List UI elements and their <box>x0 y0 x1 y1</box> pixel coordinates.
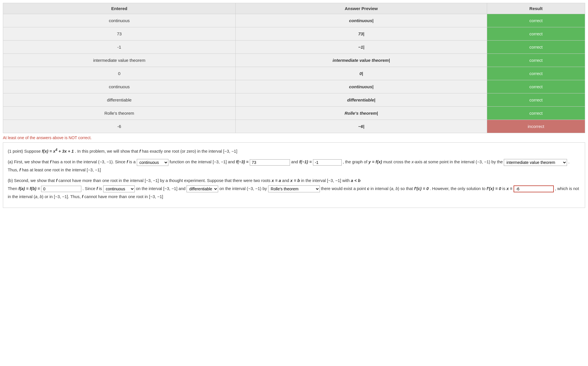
part-b-fpc: f′(c) = 0 <box>414 186 429 191</box>
part-b-input0[interactable] <box>41 186 81 192</box>
part-b-and: and <box>282 178 290 183</box>
warning-message: At least one of the answers above is NOT… <box>3 135 585 140</box>
part-a-text2: function on the interval [−3, −1] and <box>170 160 236 164</box>
part-b-text7: there would exist a point <box>321 186 367 191</box>
part-a-paragraph: (a) First, we show that f has a root in … <box>8 158 580 174</box>
part-b-f3: f <box>82 194 83 199</box>
part-b-is: is <box>99 186 103 191</box>
table-row-preview-6: differentiable| <box>236 93 487 107</box>
part-a-text4: must cross the x-axis at some point in t… <box>383 160 504 164</box>
part-a-f2: f <box>126 160 128 164</box>
part-b-fab: f(a) = f(b) = <box>18 186 40 191</box>
table-row-result-6: correct <box>487 93 585 107</box>
results-table: Entered Answer Preview Result continuous… <box>3 3 585 133</box>
table-row-entered-0: continuous <box>3 14 236 27</box>
part-b-text4: . Since <box>82 186 96 191</box>
part-b-paragraph: (b) Second, we show that f cannot have m… <box>8 177 580 201</box>
table-row-entered-8: -6 <box>3 120 236 133</box>
col-header-entered: Entered <box>3 3 236 14</box>
table-row-result-2: correct <box>487 41 585 54</box>
part-b-f: f <box>56 178 57 183</box>
problem-box: (1 point) Suppose f(x) = x4 + 3x + 1 . I… <box>3 142 585 208</box>
table-row-result-4: correct <box>487 67 585 80</box>
part-b-text10: is <box>502 186 507 191</box>
table-row-result-7: correct <box>487 107 585 120</box>
table-row-preview-5: continuous| <box>236 80 487 93</box>
fx-definition: f(x) = x4 + 3x + 1 <box>42 149 74 154</box>
table-row-preview-0: continuous| <box>236 14 487 27</box>
table-row-preview-1: 73| <box>236 27 487 41</box>
part-b-text3: Then <box>8 186 18 191</box>
part-a-yf: y = f(x) <box>368 160 382 164</box>
part-b-xb: x = b <box>290 178 300 183</box>
part-b-text5: on the interval [−3, −1] and <box>136 186 187 191</box>
part-b-text9: . However, the only solution to <box>430 186 487 191</box>
has-exactly: has exactly one root (or zero) in the in… <box>142 149 237 154</box>
table-row-entered-2: -1 <box>3 41 236 54</box>
table-row-preview-8: −6| <box>236 120 487 133</box>
part-a-and: and <box>291 160 299 164</box>
table-row-preview-4: 0| <box>236 67 487 80</box>
part-b-label: (b) Second, we show that <box>8 178 55 183</box>
problem-intro-line: (1 point) Suppose f(x) = x4 + 3x + 1 . I… <box>8 147 580 155</box>
col-header-preview: Answer Preview <box>236 3 487 14</box>
part-a-f3: f(−3) = <box>236 160 249 164</box>
table-row-entered-4: 0 <box>3 67 236 80</box>
table-row-entered-6: differentiable <box>3 93 236 107</box>
part-a-input1[interactable] <box>250 159 290 166</box>
part-b-c: c <box>367 186 369 191</box>
part-b-text1: cannot have more than one root in the in… <box>59 178 272 183</box>
part-a-f5: f <box>19 168 21 172</box>
part-b-xa: x = a <box>272 178 281 183</box>
part-b-select1[interactable]: continuous differentiable <box>103 185 135 192</box>
table-row-result-5: correct <box>487 80 585 93</box>
part-a-select2[interactable]: intermediate value theorem Rolle's theor… <box>504 159 567 166</box>
part-a-text1: has a root in the interval (−3, −1). Sin… <box>53 160 127 164</box>
part-b-xeq: x = <box>506 186 512 191</box>
part-b-select3[interactable]: Rolle's theorem intermediate value theor… <box>268 185 320 192</box>
table-row-result-0: correct <box>487 14 585 27</box>
table-row-result-8: incorrect <box>487 120 585 133</box>
part-a-is-a: is a <box>129 160 137 164</box>
part-a-label: (a) First, we show that <box>8 160 49 164</box>
part-b-input-red[interactable] <box>514 185 554 192</box>
f-var: f <box>139 149 141 154</box>
table-row-result-1: correct <box>487 27 585 41</box>
table-row-preview-2: −1| <box>236 41 487 54</box>
table-row-entered-1: 73 <box>3 27 236 41</box>
table-row-preview-3: intermediate value theorem| <box>236 54 487 67</box>
part-b-text2: in the interval [−3, −1] with <box>301 178 351 183</box>
part-b-text6: on the interval (−3, −1) by <box>220 186 268 191</box>
intro-rest: . In this problem, we will show that <box>75 149 138 154</box>
table-row-entered-7: Rolle's theorem <box>3 107 236 120</box>
part-b-text12: cannot have more than one root in [−3, −… <box>84 194 163 199</box>
part-b-select2[interactable]: differentiable continuous <box>187 185 218 192</box>
part-a-f4: f(−1) = <box>299 160 312 164</box>
part-b-f2: f <box>97 186 98 191</box>
part-a-f: f <box>50 160 51 164</box>
part-a-text3: , the graph of <box>343 160 368 164</box>
table-row-result-3: correct <box>487 54 585 67</box>
part-b-fpx: f′(x) = 0 <box>487 186 501 191</box>
main-container: Entered Answer Preview Result continuous… <box>0 0 588 211</box>
col-header-result: Result <box>487 3 585 14</box>
part-a-select1[interactable]: continuous differentiable <box>137 159 168 166</box>
table-row-entered-5: continuous <box>3 80 236 93</box>
part-a-input2[interactable] <box>313 159 342 166</box>
part-b-altb: a < b <box>351 178 360 183</box>
intro-text: (1 point) Suppose <box>8 149 41 154</box>
table-row-preview-7: Rolle's theorem| <box>236 107 487 120</box>
part-a-text6: has at least one root in the interval [−… <box>22 168 101 172</box>
table-row-entered-3: intermediate value theorem <box>3 54 236 67</box>
part-b-text8: in interval (a, b) so that <box>370 186 414 191</box>
